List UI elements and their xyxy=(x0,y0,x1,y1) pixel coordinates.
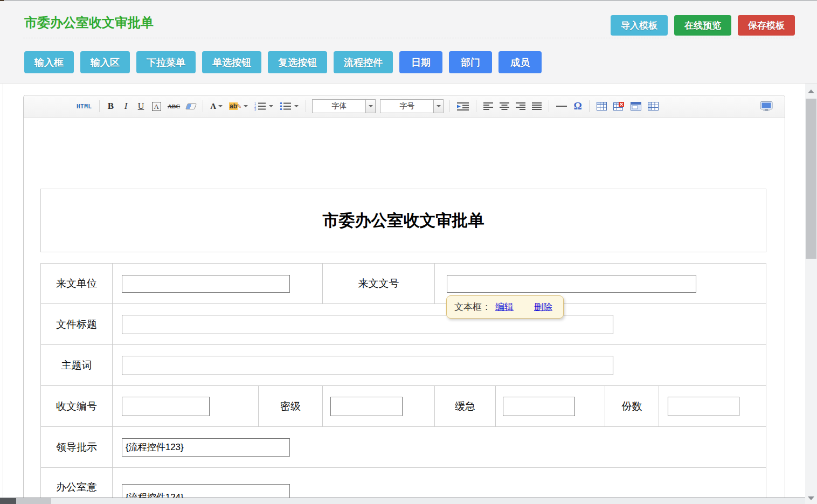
unordered-list-icon xyxy=(280,102,292,111)
font-family-select-arrow[interactable] xyxy=(365,100,375,113)
table-row: 文件标题 xyxy=(41,303,766,344)
chevron-down-icon xyxy=(369,105,373,107)
form-label-doc-number: 来文文号 xyxy=(322,264,434,303)
cell-properties-button[interactable] xyxy=(646,99,660,113)
chevron-down-icon xyxy=(437,105,441,107)
font-family-select[interactable]: 字体 xyxy=(312,99,376,113)
quick-format-icon: A xyxy=(152,102,161,111)
font-size-select[interactable]: 字号 xyxy=(380,99,444,113)
table-row: 收文编号 密级 缓急 份数 xyxy=(41,385,766,426)
doc-number-input[interactable] xyxy=(447,275,696,293)
form-title: 市委办公室收文审批单 xyxy=(323,210,484,232)
page-title: 市委办公室收文审批单 xyxy=(24,14,154,31)
table-row: 来文单位 来文文号 xyxy=(41,264,766,303)
import-template-button[interactable]: 导入模板 xyxy=(611,15,668,36)
chevron-down-icon xyxy=(269,105,273,107)
align-justify-button[interactable] xyxy=(530,99,543,113)
form-label-leader-comment: 领导批示 xyxy=(41,427,112,467)
ordered-list-button[interactable]: 123 xyxy=(253,99,275,113)
secrecy-level-input[interactable] xyxy=(330,397,403,416)
tooltip-delete-link[interactable]: 删除 xyxy=(534,301,552,313)
underline-button[interactable]: U xyxy=(135,99,147,113)
italic-icon: I xyxy=(124,101,128,112)
highlight-button[interactable]: ab✎ xyxy=(227,99,250,113)
omega-icon: Ω xyxy=(574,100,582,112)
form-label-doc-title: 文件标题 xyxy=(41,304,112,344)
toolbar-separator xyxy=(449,100,450,112)
bold-icon: B xyxy=(108,101,114,112)
tooltip-edit-link[interactable]: 编辑 xyxy=(495,301,514,313)
copies-input[interactable] xyxy=(668,397,739,416)
html-source-button[interactable]: HTML xyxy=(75,99,94,113)
horizontal-rule-button[interactable] xyxy=(555,99,569,113)
subject-word-input[interactable] xyxy=(122,356,613,375)
font-size-select-arrow[interactable] xyxy=(433,100,443,113)
component-button-checkbox[interactable]: 复选按钮 xyxy=(268,51,327,73)
align-center-button[interactable] xyxy=(498,99,511,113)
form-title-box: 市委办公室收文审批单 xyxy=(40,189,766,252)
special-char-button[interactable]: Ω xyxy=(572,99,584,113)
component-button-flow-control[interactable]: 流程控件 xyxy=(334,51,393,73)
editor-toolbar: HTML B I U A ABC A ab✎ 123 字体 字号 xyxy=(24,95,785,118)
scroll-down-button[interactable] xyxy=(808,496,814,500)
indent-button[interactable] xyxy=(455,99,470,113)
table-row: 领导批示 xyxy=(41,426,766,467)
fullscreen-button[interactable] xyxy=(758,99,774,113)
font-size-select-label: 字号 xyxy=(380,100,433,113)
receipt-number-input[interactable] xyxy=(122,397,210,416)
strikethrough-icon: ABC xyxy=(168,103,180,109)
component-button-date[interactable]: 日期 xyxy=(399,51,442,73)
toolbar-separator xyxy=(589,100,590,112)
online-preview-button[interactable]: 在线预览 xyxy=(674,15,731,36)
form-label-urgency: 缓急 xyxy=(434,386,495,426)
font-family-select-label: 字体 xyxy=(313,100,365,113)
bottom-bar-dark-block xyxy=(0,498,16,504)
header-divider xyxy=(23,38,799,38)
scrollbar-thumb[interactable] xyxy=(806,99,816,259)
scroll-up-button[interactable] xyxy=(808,89,814,93)
component-button-row: 输入框 输入区 下拉菜单 单选按钮 复选按钮 流程控件 日期 部门 成员 xyxy=(24,51,542,73)
align-right-button[interactable] xyxy=(514,99,527,113)
table-properties-button[interactable] xyxy=(629,99,643,113)
bold-button[interactable]: B xyxy=(105,99,117,113)
leader-comment-input[interactable] xyxy=(122,438,290,457)
source-unit-input[interactable] xyxy=(122,275,290,293)
component-button-dropdown[interactable]: 下拉菜单 xyxy=(136,51,196,73)
align-left-button[interactable] xyxy=(482,99,495,113)
save-template-button[interactable]: 保存模板 xyxy=(738,15,795,36)
insert-table-icon xyxy=(597,102,607,111)
urgency-input[interactable] xyxy=(503,397,575,416)
component-button-text-input[interactable]: 输入框 xyxy=(24,51,74,73)
insert-table-button[interactable] xyxy=(595,99,608,113)
unordered-list-button[interactable] xyxy=(278,99,300,113)
align-right-icon xyxy=(516,102,525,110)
ordered-list-icon: 123 xyxy=(254,102,267,111)
table-row: 主题词 xyxy=(41,344,766,385)
quick-format-button[interactable]: A xyxy=(150,99,163,113)
table-cell xyxy=(112,386,258,426)
strikethrough-button[interactable]: ABC xyxy=(166,99,182,113)
component-button-department[interactable]: 部门 xyxy=(449,51,492,73)
table-cell xyxy=(112,427,766,467)
italic-button[interactable]: I xyxy=(120,99,132,113)
fullscreen-icon xyxy=(760,101,773,111)
font-color-button[interactable]: A xyxy=(209,99,224,113)
component-button-textarea[interactable]: 输入区 xyxy=(80,51,130,73)
indent-icon xyxy=(457,102,469,111)
bottom-bar-mid-block xyxy=(16,498,51,504)
table-cell xyxy=(322,386,434,426)
header: 市委办公室收文审批单 导入模板 在线预览 保存模板 输入框 输入区 下拉菜单 单… xyxy=(0,1,817,84)
delete-table-button[interactable] xyxy=(612,99,626,113)
bottom-window-bar xyxy=(0,498,805,504)
component-button-member[interactable]: 成员 xyxy=(498,51,542,73)
chevron-down-icon xyxy=(294,105,299,107)
table-cell xyxy=(112,345,766,385)
remove-format-button[interactable] xyxy=(185,99,197,113)
form-label-source-unit: 来文单位 xyxy=(41,264,112,303)
html-source-icon: HTML xyxy=(77,103,92,110)
vertical-scrollbar[interactable] xyxy=(805,84,817,504)
editor-panel: HTML B I U A ABC A ab✎ 123 字体 字号 xyxy=(23,95,785,504)
component-button-radio[interactable]: 单选按钮 xyxy=(202,51,261,73)
align-justify-icon xyxy=(532,102,542,110)
page-left-border xyxy=(3,84,3,498)
